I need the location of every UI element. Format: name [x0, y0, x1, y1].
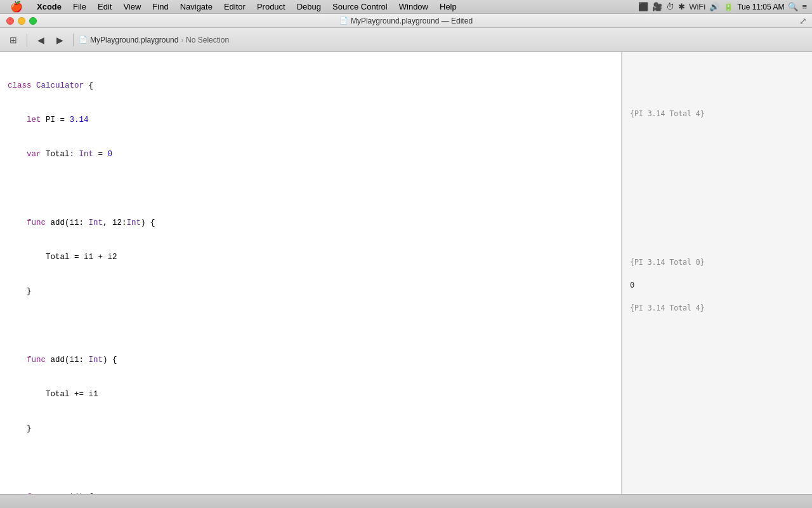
result-row-17	[630, 245, 804, 257]
result-row-16	[630, 234, 804, 245]
code-text	[8, 457, 613, 469]
result-row-12	[630, 188, 804, 199]
results-panel: {PI 3.14 Total 4}	[622, 52, 812, 494]
code-line: Total = i1 + i2	[8, 251, 613, 263]
main-area: class Calculator { let PI = 3.14 var Tot…	[0, 52, 812, 494]
code-text	[8, 320, 613, 331]
menu-help[interactable]: Help	[435, 1, 462, 12]
forward-button[interactable]: ▶	[51, 32, 68, 48]
screencast-icon: ⬛	[638, 2, 648, 11]
toolbar: ⊞ ◀ ▶ 📄 MyPlayground.playground › No Sel…	[0, 28, 812, 52]
code-text: var Total: Int = 0	[8, 149, 613, 160]
bluetooth-icon: ✱	[678, 2, 685, 11]
breadcrumb-file[interactable]: MyPlayground.playground	[90, 36, 178, 44]
window-controls	[6, 17, 37, 25]
code-text: }	[8, 423, 613, 434]
code-text: Total += i1	[8, 389, 613, 400]
code-line: func reset() {	[8, 491, 613, 494]
menu-find[interactable]: Find	[147, 1, 173, 12]
sidebar-toggle-button[interactable]: ⊞	[5, 32, 22, 48]
maximize-button[interactable]	[29, 17, 37, 25]
code-text: func add(i1: Int, i2:Int) {	[8, 217, 613, 229]
menu-edit[interactable]: Edit	[93, 1, 117, 12]
window-title: MyPlayground.playground — Edited	[351, 17, 473, 25]
result-row-7	[630, 131, 804, 142]
code-text: Total = i1 + i2	[8, 251, 613, 263]
code-line	[8, 320, 613, 331]
breadcrumb-selection[interactable]: No Selection	[186, 36, 229, 44]
document-icon: 📄	[339, 17, 348, 25]
result-row-21	[630, 291, 804, 302]
result-row-14	[630, 211, 804, 222]
list-icon[interactable]: ≡	[802, 2, 807, 11]
resize-icon[interactable]: ⤢	[799, 16, 807, 26]
result-row-3	[630, 85, 804, 97]
back-button[interactable]: ◀	[32, 32, 49, 48]
code-line: let PI = 3.14	[8, 114, 613, 126]
menu-editor[interactable]: Editor	[219, 1, 251, 12]
code-content[interactable]: class Calculator { let PI = 3.14 var Tot…	[0, 52, 621, 494]
result-row-9	[630, 154, 804, 165]
clock-icon: ⏱	[666, 2, 674, 11]
result-row-2	[630, 74, 804, 85]
apple-menu[interactable]: 🍎	[5, 0, 28, 13]
code-line: }	[8, 423, 613, 434]
menu-right-status: ⬛ 🎥 ⏱ ✱ WiFi 🔊 🔋 Tue 11:05 AM 🔍 ≡	[638, 2, 807, 11]
breadcrumb-file-icon: 📄	[79, 36, 88, 44]
result-row-10	[630, 165, 804, 177]
code-line: func add(i1: Int) {	[8, 354, 613, 366]
toolbar-separator-1	[27, 34, 27, 46]
menu-view[interactable]: View	[118, 1, 146, 12]
code-line: }	[8, 286, 613, 297]
result-row-5: {PI 3.14 Total 4}	[630, 108, 804, 119]
breadcrumb: 📄 MyPlayground.playground › No Selection	[79, 36, 229, 44]
result-text-22: {PI 3.14 Total 4}	[630, 302, 705, 314]
code-line: func add(i1: Int, i2:Int) {	[8, 217, 613, 229]
minimize-button[interactable]	[18, 17, 25, 25]
code-text: let PI = 3.14	[8, 114, 613, 126]
close-button[interactable]	[6, 17, 14, 25]
code-line: Total += i1	[8, 389, 613, 400]
breadcrumb-separator: ›	[181, 36, 183, 44]
result-row-20: 0	[630, 279, 804, 291]
code-text	[8, 183, 613, 194]
code-text: }	[8, 286, 613, 297]
code-editor[interactable]: class Calculator { let PI = 3.14 var Tot…	[0, 52, 622, 494]
code-line: var Total: Int = 0	[8, 149, 613, 160]
result-row-11	[630, 177, 804, 188]
menu-source-control[interactable]: Source Control	[327, 1, 393, 12]
result-text-18: {PI 3.14 Total 0}	[630, 257, 705, 268]
code-line	[8, 183, 613, 194]
result-row-8	[630, 142, 804, 154]
menu-xcode[interactable]: Xcode	[32, 1, 67, 12]
result-value-20: 0	[630, 279, 634, 291]
result-row-18: {PI 3.14 Total 0}	[630, 257, 804, 268]
statusbar	[0, 494, 812, 508]
menu-debug[interactable]: Debug	[292, 1, 326, 12]
code-text: func reset() {	[8, 491, 613, 494]
code-line	[8, 457, 613, 469]
result-row-13	[630, 199, 804, 211]
menu-product[interactable]: Product	[252, 1, 291, 12]
result-row-19	[630, 268, 804, 279]
menu-window[interactable]: Window	[394, 1, 433, 12]
battery-icon: 🔋	[723, 2, 733, 11]
datetime-display: Tue 11:05 AM	[737, 3, 784, 11]
menu-file[interactable]: File	[68, 1, 91, 12]
result-row-1	[630, 62, 804, 74]
volume-icon: 🔊	[709, 2, 719, 11]
wifi-icon: WiFi	[689, 2, 705, 11]
code-line: class Calculator {	[8, 80, 613, 91]
code-text: func add(i1: Int) {	[8, 354, 613, 366]
result-row-6	[630, 119, 804, 131]
menu-navigate[interactable]: Navigate	[175, 1, 218, 12]
menubar: 🍎 Xcode File Edit View Find Navigate Edi…	[0, 0, 812, 14]
result-text-5: {PI 3.14 Total 4}	[630, 108, 705, 119]
result-row-4	[630, 97, 804, 108]
result-row-22: {PI 3.14 Total 4}	[630, 302, 804, 314]
result-row-15	[630, 222, 804, 234]
search-icon[interactable]: 🔍	[788, 2, 798, 11]
toolbar-separator-2	[73, 34, 74, 46]
camera-icon: 🎥	[652, 2, 662, 11]
code-text: class Calculator {	[8, 80, 613, 91]
